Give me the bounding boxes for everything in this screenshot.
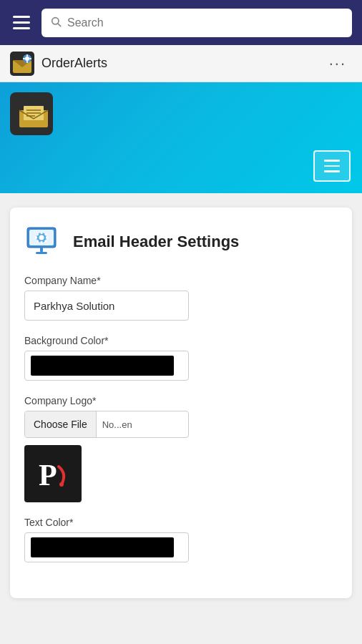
search-icon: [50, 16, 62, 30]
banner: [0, 82, 362, 193]
file-name-label: No...en: [97, 419, 188, 430]
svg-rect-25: [46, 237, 48, 239]
background-color-label: Background Color*: [24, 335, 338, 346]
text-color-swatch: [31, 537, 174, 557]
app-title: OrderAlerts: [41, 56, 323, 71]
section-title: Email Header Settings: [73, 233, 239, 251]
search-input[interactable]: [67, 16, 343, 29]
options-button[interactable]: ···: [323, 52, 352, 76]
app-header: OrderAlerts ···: [0, 45, 362, 82]
svg-rect-23: [41, 241, 43, 243]
svg-line-1: [58, 24, 61, 26]
svg-rect-24: [35, 237, 37, 239]
text-color-input-wrapper[interactable]: [24, 532, 189, 562]
svg-rect-18: [40, 248, 43, 252]
text-color-label: Text Color*: [24, 517, 338, 528]
svg-point-21: [39, 235, 44, 240]
settings-icon: [24, 225, 64, 259]
banner-envelope-icon: [18, 103, 45, 125]
svg-rect-10: [29, 58, 31, 59]
background-color-group: Background Color*: [24, 335, 338, 381]
company-name-label: Company Name*: [24, 275, 338, 286]
hamburger-menu-button[interactable]: [10, 13, 33, 32]
banner-menu-button[interactable]: [313, 150, 351, 182]
svg-rect-9: [23, 58, 25, 59]
logo-preview-image: P: [31, 452, 74, 495]
search-bar[interactable]: [41, 9, 352, 37]
company-logo-group: Company Logo* Choose File No...en P: [24, 395, 338, 502]
content-card: Email Header Settings Company Name* Park…: [10, 208, 352, 598]
svg-rect-19: [36, 252, 47, 254]
choose-file-button[interactable]: Choose File: [25, 411, 97, 437]
section-header: Email Header Settings: [24, 225, 338, 259]
svg-point-32: [59, 482, 64, 487]
background-color-swatch: [31, 356, 174, 376]
svg-rect-8: [26, 61, 28, 63]
company-logo-label: Company Logo*: [24, 395, 338, 406]
company-name-input[interactable]: Parkhya Solution: [24, 291, 189, 321]
svg-point-6: [25, 57, 29, 61]
svg-rect-7: [26, 54, 28, 57]
svg-rect-22: [41, 232, 43, 234]
logo-preview: P: [24, 445, 82, 502]
background-color-input-wrapper[interactable]: [24, 351, 189, 381]
app-icon: [10, 52, 34, 76]
top-nav: [0, 0, 362, 45]
company-name-group: Company Name* Parkhya Solution: [24, 275, 338, 321]
svg-text:P: P: [39, 459, 57, 492]
text-color-group: Text Color*: [24, 517, 338, 562]
file-input-row: Choose File No...en: [24, 411, 189, 438]
banner-app-icon: [10, 92, 53, 135]
